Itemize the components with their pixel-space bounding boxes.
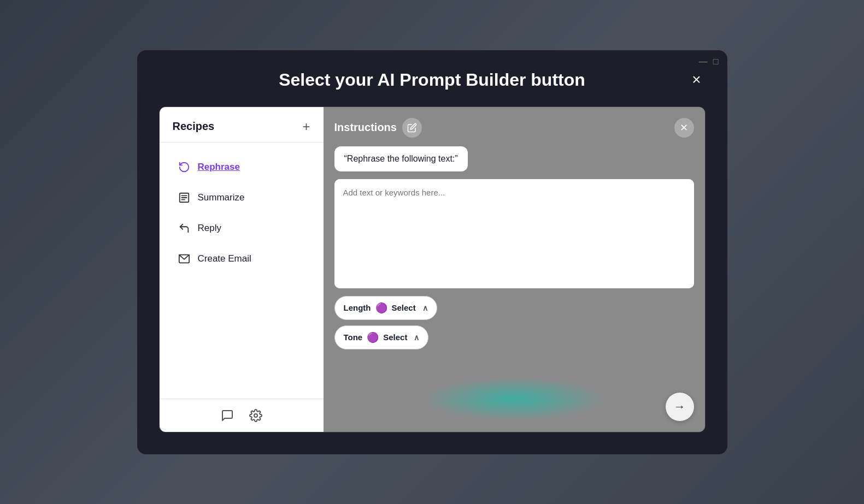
send-arrow-icon: → <box>674 400 686 414</box>
maximize-button[interactable]: □ <box>713 57 719 67</box>
recipe-item-create-email[interactable]: Create Email <box>164 244 319 274</box>
reply-icon <box>177 221 191 235</box>
length-value: Select <box>392 303 416 312</box>
recipes-panel: Recipes + Rephrase <box>160 107 324 432</box>
modal-header: Select your AI Prompt Builder button × <box>159 70 706 90</box>
recipe-item-rephrase[interactable]: Rephrase <box>164 152 319 182</box>
minimize-button[interactable]: — <box>699 57 708 67</box>
settings-footer-button[interactable] <box>249 409 262 422</box>
edit-instructions-button[interactable] <box>402 118 422 138</box>
panel-close-button[interactable]: ✕ <box>674 118 694 138</box>
chat-footer-button[interactable] <box>221 409 234 422</box>
modal-body: Recipes + Rephrase <box>159 106 706 432</box>
tone-value: Select <box>383 333 407 342</box>
tone-dropdown-row: Tone 🟣 Select ∧ <box>334 325 694 349</box>
settings-icon <box>249 409 262 422</box>
modal-title: Select your AI Prompt Builder button <box>279 70 585 90</box>
textarea-wrapper <box>334 179 694 288</box>
chat-icon <box>221 409 234 422</box>
panel-close-icon: ✕ <box>680 122 688 134</box>
pencil-icon <box>407 123 417 133</box>
instructions-title-row: Instructions <box>334 118 422 138</box>
recipe-reply-label: Reply <box>198 223 221 234</box>
recipes-footer <box>160 399 324 432</box>
recipe-summarize-label: Summarize <box>198 192 245 203</box>
teal-glow-effect <box>421 377 607 421</box>
rephrase-icon <box>177 160 191 174</box>
instructions-title: Instructions <box>334 121 397 134</box>
recipe-create-email-label: Create Email <box>198 253 251 264</box>
tone-label: Tone <box>344 333 363 342</box>
modal-dialog: — □ Select your AI Prompt Builder button… <box>137 50 727 454</box>
length-dropdown-row: Length 🟣 Select ∧ <box>334 296 694 320</box>
create-email-icon <box>177 252 191 266</box>
recipes-list: Rephrase Summarize <box>160 143 324 399</box>
length-dropdown-button[interactable]: Length 🟣 Select ∧ <box>334 296 437 320</box>
modal-close-button[interactable]: × <box>687 70 705 90</box>
length-chevron-icon: ∧ <box>422 304 428 312</box>
recipe-rephrase-label: Rephrase <box>198 162 240 173</box>
recipes-title: Recipes <box>173 120 215 133</box>
recipes-header: Recipes + <box>160 107 324 143</box>
length-label: Length <box>344 303 371 312</box>
summarize-icon <box>177 191 191 205</box>
instructions-header: Instructions ✕ <box>334 118 694 138</box>
instructions-panel: Instructions ✕ “Rephrase the following t… <box>324 107 705 432</box>
tone-dropdown-button[interactable]: Tone 🟣 Select ∧ <box>334 325 429 349</box>
send-button[interactable]: → <box>666 393 694 421</box>
add-recipe-button[interactable]: + <box>302 120 310 133</box>
svg-point-5 <box>254 414 257 417</box>
tone-emoji-icon: 🟣 <box>367 331 379 343</box>
prompt-bubble: “Rephrase the following text:” <box>334 146 468 171</box>
tone-chevron-icon: ∧ <box>414 333 419 342</box>
length-emoji-icon: 🟣 <box>375 302 387 314</box>
recipe-item-summarize[interactable]: Summarize <box>164 183 319 212</box>
recipe-item-reply[interactable]: Reply <box>164 214 319 243</box>
keywords-textarea[interactable] <box>334 179 694 288</box>
window-controls: — □ <box>699 57 719 67</box>
